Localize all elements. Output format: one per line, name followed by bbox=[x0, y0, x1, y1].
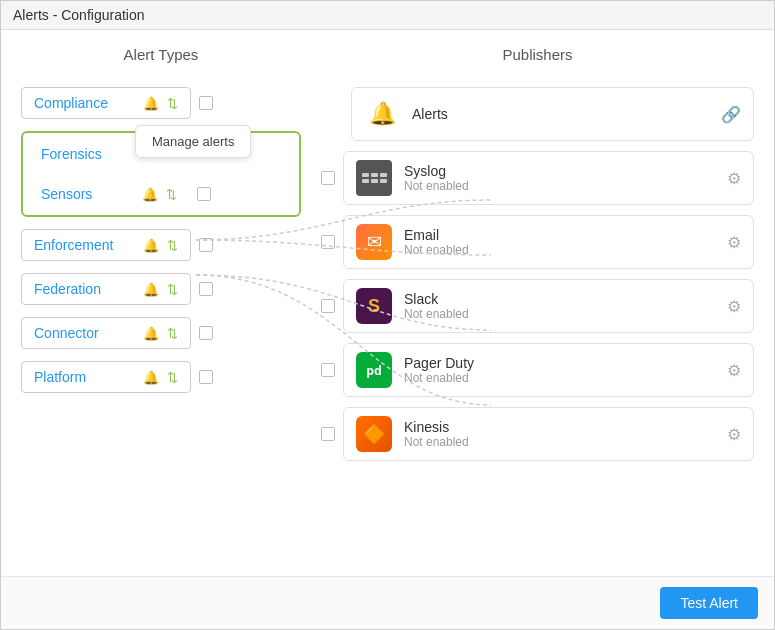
tooltip-text: Manage alerts bbox=[152, 134, 234, 149]
pagerduty-publisher-status: Not enabled bbox=[404, 371, 715, 385]
sort-icon-enforcement: ⇅ bbox=[167, 238, 178, 253]
email-publisher-info: Email Not enabled bbox=[404, 227, 715, 257]
pagerduty-publisher-icon: pd bbox=[356, 352, 392, 388]
manage-alerts-tooltip: Manage alerts bbox=[135, 125, 251, 158]
slack-checkbox[interactable] bbox=[321, 299, 335, 313]
enforcement-label: Enforcement bbox=[34, 237, 135, 253]
email-publisher-icon: ✉ bbox=[356, 224, 392, 260]
bell-icon-connector: 🔔 bbox=[143, 326, 159, 341]
connector-checkbox[interactable] bbox=[199, 326, 213, 340]
alert-type-compliance[interactable]: Compliance 🔔 ⇅ bbox=[21, 87, 191, 119]
kinesis-checkbox[interactable] bbox=[321, 427, 335, 441]
publisher-row-slack: S Slack Not enabled ⚙ bbox=[321, 279, 754, 333]
sort-icon-sensors: ⇅ bbox=[166, 187, 177, 202]
kinesis-publisher-status: Not enabled bbox=[404, 435, 715, 449]
forensics-sensors-group: Manage alerts Forensics Sensors 🔔 ⇅ bbox=[21, 131, 301, 217]
gear-icon-syslog[interactable]: ⚙ bbox=[727, 169, 741, 188]
publishers-title: Publishers bbox=[321, 46, 754, 63]
sensors-checkbox[interactable] bbox=[197, 187, 211, 201]
gear-icon-email[interactable]: ⚙ bbox=[727, 233, 741, 252]
bell-icon-enforcement: 🔔 bbox=[143, 238, 159, 253]
alert-type-row-compliance: Compliance 🔔 ⇅ bbox=[21, 87, 301, 119]
slack-publisher-name: Slack bbox=[404, 291, 715, 307]
left-panel: Alert Types Compliance 🔔 ⇅ Manage alerts bbox=[21, 46, 301, 560]
enforcement-checkbox[interactable] bbox=[199, 238, 213, 252]
main-window: Alerts - Configuration Alert Types Compl… bbox=[0, 0, 775, 630]
publisher-row-kinesis: 🔶 Kinesis Not enabled ⚙ bbox=[321, 407, 754, 461]
publisher-list: 🔔 Alerts 🔗 bbox=[321, 87, 754, 461]
syslog-publisher-info: Syslog Not enabled bbox=[404, 163, 715, 193]
sort-icon-platform: ⇅ bbox=[167, 370, 178, 385]
publisher-card-pagerduty: pd Pager Duty Not enabled ⚙ bbox=[343, 343, 754, 397]
email-publisher-name: Email bbox=[404, 227, 715, 243]
alert-type-row-enforcement: Enforcement 🔔 ⇅ bbox=[21, 229, 301, 261]
gear-icon-slack[interactable]: ⚙ bbox=[727, 297, 741, 316]
gear-icon-kinesis[interactable]: ⚙ bbox=[727, 425, 741, 444]
bell-icon-federation: 🔔 bbox=[143, 282, 159, 297]
slack-publisher-info: Slack Not enabled bbox=[404, 291, 715, 321]
syslog-checkbox[interactable] bbox=[321, 171, 335, 185]
slack-publisher-status: Not enabled bbox=[404, 307, 715, 321]
federation-checkbox[interactable] bbox=[199, 282, 213, 296]
connector-label: Connector bbox=[34, 325, 135, 341]
test-alert-button[interactable]: Test Alert bbox=[660, 587, 758, 619]
link-icon-alerts[interactable]: 🔗 bbox=[721, 105, 741, 124]
bell-icon-platform: 🔔 bbox=[143, 370, 159, 385]
federation-label: Federation bbox=[34, 281, 135, 297]
bottom-bar: Test Alert bbox=[1, 576, 774, 629]
alert-type-platform[interactable]: Platform 🔔 ⇅ bbox=[21, 361, 191, 393]
publisher-card-email: ✉ Email Not enabled ⚙ bbox=[343, 215, 754, 269]
alert-type-row-sensors: Sensors 🔔 ⇅ bbox=[29, 179, 293, 209]
alert-type-sensors[interactable]: Sensors 🔔 ⇅ bbox=[29, 179, 189, 209]
publisher-row-alerts: 🔔 Alerts 🔗 bbox=[321, 87, 754, 141]
platform-checkbox[interactable] bbox=[199, 370, 213, 384]
pagerduty-publisher-name: Pager Duty bbox=[404, 355, 715, 371]
publisher-card-syslog: Syslog Not enabled ⚙ bbox=[343, 151, 754, 205]
alert-type-enforcement[interactable]: Enforcement 🔔 ⇅ bbox=[21, 229, 191, 261]
kinesis-publisher-icon: 🔶 bbox=[356, 416, 392, 452]
alert-type-row-connector: Connector 🔔 ⇅ bbox=[21, 317, 301, 349]
platform-label: Platform bbox=[34, 369, 135, 385]
alert-type-federation[interactable]: Federation 🔔 ⇅ bbox=[21, 273, 191, 305]
compliance-checkbox[interactable] bbox=[199, 96, 213, 110]
alert-type-list: Compliance 🔔 ⇅ Manage alerts bbox=[21, 87, 301, 393]
alert-type-row-platform: Platform 🔔 ⇅ bbox=[21, 361, 301, 393]
compliance-label: Compliance bbox=[34, 95, 135, 111]
pagerduty-publisher-info: Pager Duty Not enabled bbox=[404, 355, 715, 385]
bell-icon-sensors: 🔔 bbox=[142, 187, 158, 202]
sort-icon-compliance: ⇅ bbox=[167, 96, 178, 111]
alert-type-connector[interactable]: Connector 🔔 ⇅ bbox=[21, 317, 191, 349]
slack-publisher-icon: S bbox=[356, 288, 392, 324]
publisher-card-alerts: 🔔 Alerts 🔗 bbox=[351, 87, 754, 141]
syslog-publisher-icon bbox=[356, 160, 392, 196]
sort-icon-connector: ⇅ bbox=[167, 326, 178, 341]
publisher-card-kinesis: 🔶 Kinesis Not enabled ⚙ bbox=[343, 407, 754, 461]
alerts-publisher-info: Alerts bbox=[412, 106, 709, 122]
sensors-label: Sensors bbox=[41, 186, 134, 202]
syslog-publisher-name: Syslog bbox=[404, 163, 715, 179]
page-title: Alerts - Configuration bbox=[13, 7, 145, 23]
publisher-row-email: ✉ Email Not enabled ⚙ bbox=[321, 215, 754, 269]
content-area: Alert Types Compliance 🔔 ⇅ Manage alerts bbox=[1, 30, 774, 576]
email-checkbox[interactable] bbox=[321, 235, 335, 249]
syslog-publisher-status: Not enabled bbox=[404, 179, 715, 193]
alert-types-title: Alert Types bbox=[21, 46, 301, 63]
kinesis-publisher-name: Kinesis bbox=[404, 419, 715, 435]
publisher-row-pagerduty: pd Pager Duty Not enabled ⚙ bbox=[321, 343, 754, 397]
kinesis-publisher-info: Kinesis Not enabled bbox=[404, 419, 715, 449]
publisher-row-syslog: Syslog Not enabled ⚙ bbox=[321, 151, 754, 205]
email-publisher-status: Not enabled bbox=[404, 243, 715, 257]
alerts-publisher-name: Alerts bbox=[412, 106, 709, 122]
pagerduty-checkbox[interactable] bbox=[321, 363, 335, 377]
right-panel: Publishers 🔔 Alerts 🔗 bbox=[301, 46, 754, 560]
title-bar: Alerts - Configuration bbox=[1, 1, 774, 30]
alerts-publisher-icon: 🔔 bbox=[364, 96, 400, 132]
bell-icon-compliance: 🔔 bbox=[143, 96, 159, 111]
publisher-card-slack: S Slack Not enabled ⚙ bbox=[343, 279, 754, 333]
alert-type-row-federation: Federation 🔔 ⇅ bbox=[21, 273, 301, 305]
sort-icon-federation: ⇅ bbox=[167, 282, 178, 297]
gear-icon-pagerduty[interactable]: ⚙ bbox=[727, 361, 741, 380]
